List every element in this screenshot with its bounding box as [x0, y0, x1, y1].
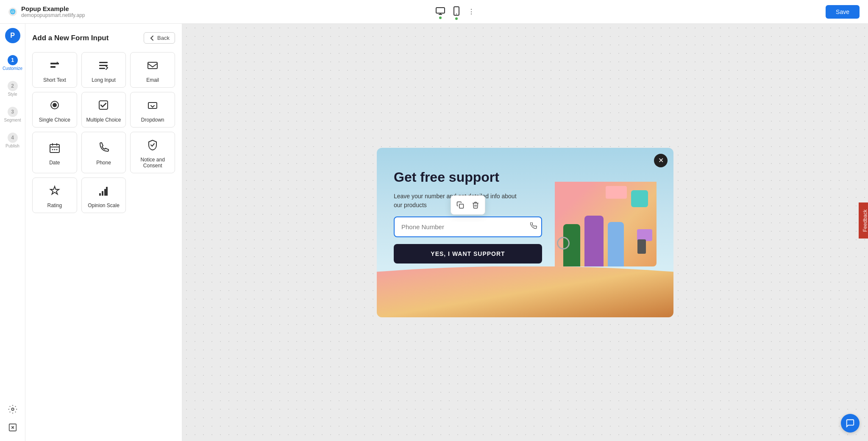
top-bar-right: Save	[826, 5, 860, 19]
long-input-label: Long Input	[92, 77, 116, 83]
site-info: Popup Example demopopupsmart.netlify.app	[21, 5, 85, 18]
phone-input-icon	[530, 222, 537, 231]
input-type-single-choice[interactable]: Single Choice	[32, 92, 77, 128]
desktop-active-dot	[439, 17, 442, 19]
logo-button[interactable]: P	[5, 28, 20, 43]
svg-rect-6	[50, 66, 56, 68]
mobile-view-btn[interactable]	[452, 5, 461, 19]
globe-icon: 🌐	[8, 8, 17, 16]
input-type-notice-consent[interactable]: Notice and Consent	[130, 132, 175, 173]
more-options-btn[interactable]: ⋮	[466, 6, 476, 17]
svg-rect-22	[106, 187, 108, 196]
opinion-scale-label: Opinion Scale	[88, 202, 120, 208]
svg-point-2	[456, 14, 457, 14]
left-nav: P 1 Customize 2 Style 3 Segment 4 Publis…	[0, 24, 25, 441]
top-bar-left: 🌐 Popup Example demopopupsmart.netlify.a…	[8, 5, 85, 18]
settings-button[interactable]	[8, 405, 17, 416]
phone-label: Phone	[96, 160, 111, 166]
step-num-4: 4	[8, 133, 18, 143]
back-button[interactable]: Back	[144, 32, 175, 44]
popup-card: ✕ Get free support Leave your number and…	[377, 148, 673, 317]
short-text-icon	[49, 59, 61, 74]
preview-area: ✕ Get free support Leave your number and…	[182, 24, 868, 441]
phone-number-input[interactable]	[394, 216, 542, 237]
mobile-active-dot	[455, 17, 458, 20]
feedback-tab[interactable]: Feedback	[859, 202, 868, 239]
popup-close-button[interactable]: ✕	[654, 154, 668, 167]
short-text-label: Short Text	[43, 77, 66, 83]
single-choice-icon	[49, 99, 61, 114]
popup-left: Get free support Leave your number and g…	[394, 169, 542, 266]
nav-step-customize[interactable]: 1 Customize	[0, 52, 25, 74]
popup-illustration	[555, 182, 657, 266]
multiple-choice-icon	[97, 99, 109, 114]
illus-teal-square	[631, 190, 648, 207]
rating-label: Rating	[47, 202, 62, 208]
svg-rect-21	[104, 189, 106, 196]
nav-step-segment[interactable]: 3 Segment	[0, 103, 25, 126]
nav-steps: 1 Customize 2 Style 3 Segment 4 Publish	[0, 52, 25, 152]
popup-bottom	[377, 266, 673, 317]
close-icon: ✕	[658, 156, 664, 164]
popup-url: demopopupsmart.netlify.app	[21, 12, 85, 18]
cta-button[interactable]: YES, I WANT SUPPORT	[394, 244, 542, 263]
svg-point-17	[54, 149, 55, 150]
input-type-dropdown[interactable]: Dropdown	[130, 92, 175, 128]
save-button[interactable]: Save	[826, 5, 860, 19]
panel-title: Add a New Form Input	[32, 34, 108, 42]
input-type-date[interactable]: Date	[32, 132, 77, 173]
input-type-email[interactable]: Email	[130, 52, 175, 88]
step-num-3: 3	[8, 107, 18, 117]
step-label-segment: Segment	[4, 118, 21, 122]
input-type-opinion-scale[interactable]: Opinion Scale	[81, 178, 126, 213]
email-label: Email	[146, 77, 159, 83]
delete-button[interactable]	[468, 197, 483, 213]
input-type-phone[interactable]: Phone	[81, 132, 126, 173]
top-bar: 🌐 Popup Example demopopupsmart.netlify.a…	[0, 0, 868, 24]
input-type-multiple-choice[interactable]: Multiple Choice	[81, 92, 126, 128]
step-label-style: Style	[8, 92, 17, 97]
phone-icon	[97, 142, 109, 156]
nav-step-publish[interactable]: 4 Publish	[0, 129, 25, 152]
illus-globe	[557, 237, 570, 250]
illus-phone	[637, 239, 646, 254]
step-num-2: 2	[8, 81, 18, 91]
svg-rect-23	[459, 204, 464, 208]
step-label-publish: Publish	[6, 144, 19, 148]
single-choice-label: Single Choice	[39, 117, 70, 123]
input-type-long-input[interactable]: Long Input	[81, 52, 126, 88]
svg-rect-15	[50, 144, 59, 153]
notice-consent-icon	[147, 139, 159, 153]
dropdown-icon	[147, 99, 159, 114]
nav-bottom	[8, 405, 17, 441]
svg-point-18	[56, 149, 57, 150]
svg-rect-19	[99, 193, 101, 196]
context-menu	[451, 195, 485, 215]
svg-rect-7	[99, 62, 108, 63]
desktop-view-btn[interactable]	[434, 6, 447, 18]
svg-rect-10	[148, 62, 157, 69]
svg-rect-0	[436, 8, 445, 13]
svg-point-3	[11, 408, 14, 410]
input-type-grid: Short Text Long Input Email	[32, 52, 175, 213]
terrain-decoration	[377, 266, 673, 317]
opinion-scale-icon	[97, 185, 109, 199]
svg-point-16	[52, 149, 53, 150]
view-switcher: ⋮	[434, 5, 476, 19]
chat-bubble[interactable]	[841, 414, 860, 433]
notice-consent-label: Notice and Consent	[134, 157, 171, 169]
help-button[interactable]	[8, 423, 17, 434]
input-type-rating[interactable]: Rating	[32, 178, 77, 213]
illus-pink-bar	[606, 186, 627, 199]
panel-header: Add a New Form Input Back	[32, 32, 175, 44]
back-label: Back	[157, 35, 170, 41]
illus-person-3	[608, 222, 624, 266]
date-icon	[49, 142, 61, 156]
nav-step-style[interactable]: 2 Style	[0, 78, 25, 100]
rating-icon	[49, 185, 61, 199]
copy-button[interactable]	[453, 197, 468, 213]
input-type-short-text[interactable]: Short Text	[32, 52, 77, 88]
popup-heading: Get free support	[394, 169, 542, 185]
popup-input-section	[394, 216, 542, 237]
popup-content: Get free support Leave your number and g…	[377, 148, 673, 266]
